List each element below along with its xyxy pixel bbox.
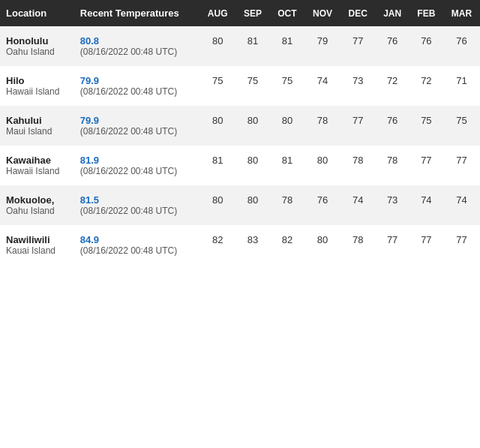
location-island-0: Oahu Island [6,47,68,57]
location-island-1: Hawaii Island [6,86,68,97]
location-island-2: Maui Island [6,126,68,137]
header-aug: AUG [200,0,236,26]
cell-oct-3: 81 [270,146,305,185]
cell-oct-4: 78 [270,185,305,225]
cell-aug-0: 80 [200,26,236,66]
cell-mar-4: 74 [443,185,480,225]
cell-dec-5: 78 [340,225,376,265]
cell-mar-1: 71 [443,66,480,106]
cell-recent-3: 81.9 (08/16/2022 00:48 UTC) [74,146,200,185]
table-row: Honolulu Oahu Island 80.8 (08/16/2022 00… [0,26,480,66]
cell-location-0: Honolulu Oahu Island [0,26,74,66]
cell-recent-4: 81.5 (08/16/2022 00:48 UTC) [74,185,200,225]
cell-mar-3: 77 [443,146,480,185]
cell-feb-1: 72 [410,66,443,106]
cell-recent-1: 79.9 (08/16/2022 00:48 UTC) [74,66,200,106]
recent-temp-5: 84.9 [80,234,194,245]
recent-date-5: (08/16/2022 00:48 UTC) [80,245,194,256]
cell-jan-0: 76 [376,26,410,66]
cell-dec-3: 78 [340,146,376,185]
cell-sep-2: 80 [236,106,269,146]
recent-temp-0: 80.8 [80,35,194,47]
recent-date-3: (08/16/2022 00:48 UTC) [80,166,194,176]
location-island-3: Hawaii Island [6,166,68,176]
cell-location-4: Mokuoloe, Oahu Island [0,185,74,225]
header-location: Location [0,0,74,26]
cell-aug-5: 82 [200,225,236,265]
cell-feb-2: 75 [410,106,443,146]
header-recent-temps: Recent Temperatures [74,0,200,26]
cell-sep-0: 81 [236,26,269,66]
cell-aug-4: 80 [200,185,236,225]
cell-feb-5: 77 [410,225,443,265]
location-island-4: Oahu Island [6,206,68,216]
cell-jan-5: 77 [376,225,410,265]
cell-recent-5: 84.9 (08/16/2022 00:48 UTC) [74,225,200,265]
cell-aug-3: 81 [200,146,236,185]
recent-temp-2: 79.9 [80,115,194,126]
header-oct: OCT [270,0,305,26]
cell-nov-5: 80 [304,225,340,265]
recent-temp-4: 81.5 [80,194,194,206]
cell-nov-2: 78 [304,106,340,146]
cell-dec-0: 77 [340,26,376,66]
cell-nov-4: 76 [304,185,340,225]
cell-location-5: Nawiliwili Kauai Island [0,225,74,265]
table-row: Kahului Maui Island 79.9 (08/16/2022 00:… [0,106,480,146]
recent-temp-3: 81.9 [80,155,194,166]
cell-sep-1: 75 [236,66,269,106]
location-name-4: Mokuoloe, [6,194,68,206]
cell-recent-0: 80.8 (08/16/2022 00:48 UTC) [74,26,200,66]
cell-oct-0: 81 [270,26,305,66]
cell-nov-3: 80 [304,146,340,185]
cell-location-1: Hilo Hawaii Island [0,66,74,106]
recent-date-0: (08/16/2022 00:48 UTC) [80,47,194,57]
cell-dec-1: 73 [340,66,376,106]
table-row: Mokuoloe, Oahu Island 81.5 (08/16/2022 0… [0,185,480,225]
cell-aug-1: 75 [200,66,236,106]
header-nov: NOV [304,0,340,26]
location-island-5: Kauai Island [6,245,68,256]
cell-oct-2: 80 [270,106,305,146]
location-name-0: Honolulu [6,35,68,47]
cell-mar-0: 76 [443,26,480,66]
cell-recent-2: 79.9 (08/16/2022 00:48 UTC) [74,106,200,146]
cell-oct-5: 82 [270,225,305,265]
cell-nov-0: 79 [304,26,340,66]
table-row: Hilo Hawaii Island 79.9 (08/16/2022 00:4… [0,66,480,106]
cell-jan-4: 73 [376,185,410,225]
cell-jan-2: 76 [376,106,410,146]
recent-date-4: (08/16/2022 00:48 UTC) [80,206,194,216]
header-jan: JAN [376,0,410,26]
recent-date-1: (08/16/2022 00:48 UTC) [80,86,194,97]
cell-dec-4: 74 [340,185,376,225]
cell-nov-1: 74 [304,66,340,106]
cell-sep-4: 80 [236,185,269,225]
header-mar: MAR [443,0,480,26]
location-name-5: Nawiliwili [6,234,68,245]
cell-sep-3: 80 [236,146,269,185]
recent-date-2: (08/16/2022 00:48 UTC) [80,126,194,137]
cell-location-3: Kawaihae Hawaii Island [0,146,74,185]
cell-location-2: Kahului Maui Island [0,106,74,146]
cell-feb-4: 74 [410,185,443,225]
cell-feb-0: 76 [410,26,443,66]
cell-aug-2: 80 [200,106,236,146]
table-row: Nawiliwili Kauai Island 84.9 (08/16/2022… [0,225,480,265]
table-row: Kawaihae Hawaii Island 81.9 (08/16/2022 … [0,146,480,185]
header-dec: DEC [340,0,376,26]
cell-mar-5: 77 [443,225,480,265]
cell-jan-1: 72 [376,66,410,106]
cell-oct-1: 75 [270,66,305,106]
cell-feb-3: 77 [410,146,443,185]
recent-temp-1: 79.9 [80,75,194,86]
header-feb: FEB [410,0,443,26]
cell-jan-3: 78 [376,146,410,185]
header-sep: SEP [236,0,269,26]
cell-dec-2: 77 [340,106,376,146]
location-name-1: Hilo [6,75,68,86]
location-name-3: Kawaihae [6,155,68,166]
cell-sep-5: 83 [236,225,269,265]
location-name-2: Kahului [6,115,68,126]
cell-mar-2: 75 [443,106,480,146]
